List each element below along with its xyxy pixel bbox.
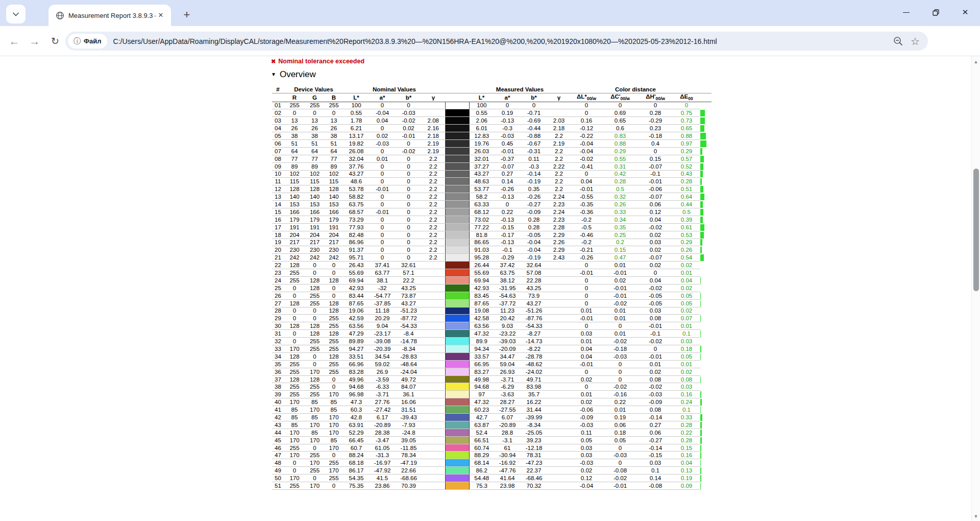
delta-e-bar xyxy=(700,414,702,421)
tab-strip: Measurement Report 3.8.9.3 — ✕ + ✕ xyxy=(0,0,980,26)
table-row: 49025517086.17-47.9222.6686.2-47.7622.37… xyxy=(272,467,712,475)
color-swatch xyxy=(445,299,469,307)
col-swatch xyxy=(445,93,469,102)
color-swatch xyxy=(445,223,469,231)
color-swatch xyxy=(445,352,469,360)
color-swatch xyxy=(445,444,469,452)
col-delta-E: ΔE00 xyxy=(673,93,700,102)
table-row: 31012812847.29-23.17-8.447.32-23.22-8.27… xyxy=(272,330,712,338)
chevron-down-icon xyxy=(12,11,19,18)
scroll-down-icon[interactable]: ▼ xyxy=(972,514,980,519)
browser-tab[interactable]: Measurement Report 3.8.9.3 — ✕ xyxy=(48,5,171,26)
section-title: Overview xyxy=(280,69,316,79)
color-swatch xyxy=(445,155,469,162)
row-index: 40 xyxy=(272,398,284,406)
table-row: 37128128049.96-3.5949.7249.98-3.7149.710… xyxy=(272,375,712,383)
delta-e-bar xyxy=(700,452,701,459)
color-swatch xyxy=(445,292,469,299)
color-swatch xyxy=(445,398,469,406)
delta-e-bar xyxy=(700,399,702,406)
table-sub-header-row: R G B L* a* b* γ L* a* b* γ ΔL*00/w ΔC'0… xyxy=(272,93,712,102)
row-index: 02 xyxy=(272,109,284,117)
row-index: 05 xyxy=(272,132,284,140)
table-row: 42858517042.86.17-39.4342.76.07-39.99-0.… xyxy=(272,414,712,421)
color-swatch xyxy=(445,231,469,239)
delta-e-bar xyxy=(700,475,701,482)
close-window-button[interactable]: ✕ xyxy=(950,0,980,25)
color-swatch xyxy=(445,139,469,147)
scroll-up-icon[interactable]: ▲ xyxy=(972,59,980,64)
table-row: 290025542.5920.29-87.7242.5820.42-87.76-… xyxy=(272,315,712,322)
row-index: 43 xyxy=(272,421,284,429)
delta-e-bar xyxy=(700,171,703,177)
page-content: ✖Nominal tolerance exceeded ▼Overview # … xyxy=(0,56,971,521)
row-index: 45 xyxy=(272,436,284,444)
delta-e-bar xyxy=(700,254,704,261)
table-row: 3925525517096.98-3.7136.197-3.6335.70.01… xyxy=(272,391,712,398)
row-index: 37 xyxy=(272,375,284,383)
color-swatch xyxy=(445,391,469,398)
vertical-scrollbar[interactable]: ▲ ▼ xyxy=(971,56,980,521)
color-swatch xyxy=(445,345,469,353)
row-index: 03 xyxy=(272,117,284,125)
overview-section-toggle[interactable]: ▼Overview xyxy=(271,69,316,80)
col-nominal-a: a* xyxy=(369,93,396,102)
table-row: 32025525589.89-39.08-14.7889.9-39.03-14.… xyxy=(272,338,712,345)
delta-e-bar xyxy=(700,239,702,246)
col-r: R xyxy=(284,93,305,102)
color-swatch xyxy=(445,117,469,125)
row-index: 01 xyxy=(272,102,284,109)
row-index: 39 xyxy=(272,391,284,398)
tab-title: Measurement Report 3.8.9.3 — xyxy=(68,12,156,19)
tab-search-button[interactable] xyxy=(6,5,26,23)
address-bar[interactable]: ⓘ Файл C:/Users/User/AppData/Roaming/Dis… xyxy=(65,32,928,51)
color-swatch xyxy=(445,452,469,459)
bookmark-star-icon[interactable]: ☆ xyxy=(911,35,920,48)
zoom-out-icon[interactable] xyxy=(893,36,903,46)
restore-button[interactable] xyxy=(921,0,950,25)
color-swatch xyxy=(445,330,469,338)
table-row: 451701708566.45-3.4739.0566.51-3.139.230… xyxy=(272,436,712,444)
tab-close-icon[interactable]: ✕ xyxy=(156,10,166,20)
table-row: 38255255094.68-6.3384.0794.68-6.2983.980… xyxy=(272,383,712,391)
site-info-chip[interactable]: ⓘ Файл xyxy=(68,34,107,49)
table-row: 3012812825563.569.04-54.3363.569.03-54.3… xyxy=(272,322,712,330)
row-index: 49 xyxy=(272,467,284,475)
table-row: 0989898937.76002.237.27-0.07-0.32.22-0.4… xyxy=(272,162,712,170)
scrollbar-thumb[interactable] xyxy=(973,169,979,291)
delta-e-bar xyxy=(700,125,704,132)
col-measured-b: b* xyxy=(521,93,547,102)
table-row: 260255083.44-54.7773.8783.45-54.6373.90-… xyxy=(272,292,712,299)
table-row: 3317025525594.27-20.39-8.3494.34-20.09-8… xyxy=(272,345,712,353)
reload-button[interactable]: ↻ xyxy=(46,26,64,56)
address-bar-actions: ☆ xyxy=(889,35,928,48)
table-row: 031313131.780.04-0.022.082.06-0.13-0.692… xyxy=(272,117,712,125)
delta-e-bar xyxy=(700,353,701,360)
table-row: 1719119119177.93002.277.22-0.150.282.28-… xyxy=(272,223,712,231)
delta-e-bar xyxy=(700,293,701,299)
row-index: 46 xyxy=(272,444,284,452)
new-tab-button[interactable]: + xyxy=(180,8,194,22)
table-row: 438517017063.91-20.89-7.9363.87-20.89-8.… xyxy=(272,421,712,429)
site-info-label: Файл xyxy=(84,37,102,45)
table-row: 3625517025583.2826.9-24.0483.2726.93-24.… xyxy=(272,368,712,375)
group-color-distance: Color distance xyxy=(571,86,700,93)
table-row: 1010210210243.27002.243.270.27-0.142.200… xyxy=(272,170,712,178)
row-index: 29 xyxy=(272,315,284,322)
color-swatch xyxy=(445,315,469,322)
row-index: 09 xyxy=(272,162,284,170)
browser-toolbar: ← → ↻ ⓘ Файл C:/Users/User/AppData/Roami… xyxy=(0,26,980,56)
color-swatch xyxy=(445,322,469,330)
table-row: 1820420420482.48002.281.8-0.17-0.052.29-… xyxy=(272,231,712,239)
row-index: 19 xyxy=(272,239,284,246)
delta-e-bar xyxy=(700,194,704,200)
table-row: 41851708560.3-27.4231.5160.23-27.5531.44… xyxy=(272,406,712,414)
col-delta-H: ΔH'00/w xyxy=(638,93,673,102)
minimize-button[interactable] xyxy=(891,0,921,25)
back-button[interactable]: ← xyxy=(5,26,23,56)
row-index: 50 xyxy=(272,475,284,482)
color-swatch xyxy=(445,459,469,467)
forward-button[interactable]: → xyxy=(26,26,44,56)
url-text[interactable]: C:/Users/User/AppData/Roaming/DisplayCAL… xyxy=(113,37,889,45)
delta-e-bar xyxy=(700,224,704,231)
